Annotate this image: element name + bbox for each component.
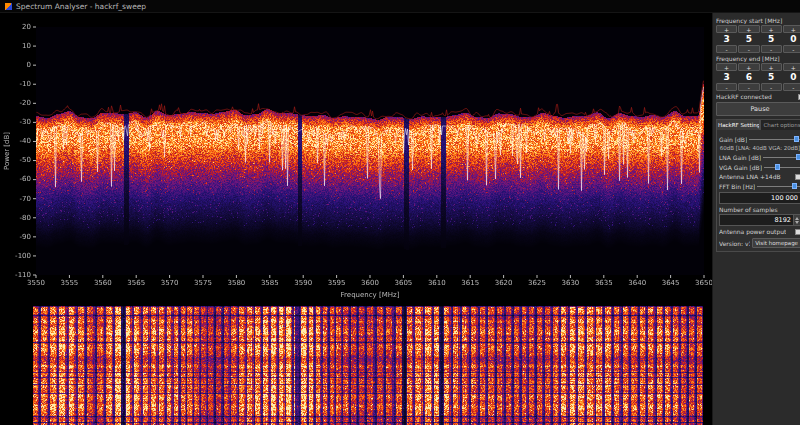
lna-gain-slider[interactable] [763,153,800,161]
vga-gain-label: VGA Gain [dB] [719,164,762,171]
app-icon [5,3,12,10]
antenna-lna-row: Antenna LNA +14dB [719,173,800,180]
spinner-down-icon[interactable] [795,221,799,224]
freq-end-digit-ones: 0 [783,72,800,82]
titlebar: Spectrum Analyser - hackrf_sweep [0,0,800,13]
freq-start-digit-hundreds: 5 [738,34,759,44]
main-content: Frequency start [MHz] + + + + 3 5 5 0 - … [0,13,800,425]
version-label: Version: v1.5 [719,240,750,247]
samples-spinner: 8192 [719,214,800,226]
freq-start-plus-hundreds[interactable]: + [738,25,759,33]
gain-slider[interactable] [749,135,800,143]
freq-start-minus-thousands[interactable]: - [716,45,737,53]
vga-gain-slider[interactable] [764,163,800,171]
tab-chart-options[interactable]: Chart options [760,119,800,130]
hackrf-settings-panel: Gain [dB] 60dB [LNA: 40dB VGA: 20dB] LNA… [716,130,800,252]
lna-gain-row: LNA Gain [dB] [719,153,800,161]
freq-end-minus-ones[interactable]: - [783,83,800,91]
freq-start-plus-thousands[interactable]: + [716,25,737,33]
freq-end-minus-tens[interactable]: - [761,83,782,91]
samples-spinner-buttons[interactable] [794,214,800,226]
visit-homepage-button[interactable]: Visit homepage [752,238,800,248]
control-panel: Frequency start [MHz] + + + + 3 5 5 0 - … [712,13,800,425]
hackrf-connected-row: HackRF connected [716,93,800,100]
freq-start-plus-ones[interactable]: + [783,25,800,33]
gain-slider-handle[interactable] [794,136,799,142]
fft-bin-slider[interactable] [757,182,800,190]
samples-label: Number of samples [719,206,800,213]
freq-end-digit-thousands: 3 [716,72,737,82]
fft-bin-value-field[interactable]: 100 000 [719,192,800,204]
vga-gain-row: VGA Gain [dB] [719,163,800,171]
freq-start-control: + + + + 3 5 5 0 - - - - [716,25,800,53]
window-title: Spectrum Analyser - hackrf_sweep [16,2,146,11]
tab-hackrf-settings[interactable]: HackRF Settings [716,119,760,130]
chart-column [0,13,712,425]
antenna-power-checkbox[interactable] [795,229,800,235]
freq-end-control: + + + + 3 6 5 0 - - - - [716,63,800,91]
freq-end-plus-hundreds[interactable]: + [738,63,759,71]
lna-slider-track [763,157,800,158]
gain-row: Gain [dB] [719,135,800,143]
freq-end-plus-tens[interactable]: + [761,63,782,71]
fft-slider-handle[interactable] [792,183,797,189]
gain-label: Gain [dB] [719,136,747,143]
freq-start-digit-tens: 5 [761,34,782,44]
antenna-power-label: Antenna power output [719,228,786,235]
vga-slider-handle[interactable] [775,164,780,170]
freq-start-minus-ones[interactable]: - [783,45,800,53]
freq-start-label: Frequency start [MHz] [716,17,800,24]
lna-slider-handle[interactable] [796,154,800,160]
antenna-lna-label: Antenna LNA +14dB [719,173,781,180]
spectrum-chart [0,13,712,306]
freq-start-digit-ones: 0 [783,34,800,44]
lna-gain-label: LNA Gain [dB] [719,154,761,161]
spinner-up-icon[interactable] [795,217,799,220]
gain-slider-track [749,139,800,140]
freq-end-digit-hundreds: 6 [738,72,759,82]
fft-bin-row: FFT Bin [Hz] [719,182,800,190]
freq-end-plus-thousands[interactable]: + [716,63,737,71]
spectrum-analyzer-window: Spectrum Analyser - hackrf_sweep Frequen… [0,0,800,425]
settings-tabs: HackRF Settings Chart options [716,119,800,130]
antenna-power-row: Antenna power output [719,228,800,235]
freq-end-digit-tens: 5 [761,72,782,82]
gain-detail-text: 60dB [LNA: 40dB VGA: 20dB] [719,145,800,151]
pause-button[interactable]: Pause [716,102,800,116]
freq-end-label: Frequency end [MHz] [716,55,800,62]
hackrf-connected-label: HackRF connected [716,93,772,100]
freq-start-digit-thousands: 3 [716,34,737,44]
freq-end-minus-hundreds[interactable]: - [738,83,759,91]
freq-end-minus-thousands[interactable]: - [716,83,737,91]
samples-value-field[interactable]: 8192 [719,214,794,226]
antenna-lna-checkbox[interactable] [795,174,800,180]
vga-slider-track [764,167,800,168]
version-row: Version: v1.5 Visit homepage [719,238,800,248]
freq-end-plus-ones[interactable]: + [783,63,800,71]
fft-bin-label: FFT Bin [Hz] [719,183,755,190]
freq-start-plus-tens[interactable]: + [761,25,782,33]
waterfall-display [33,306,703,425]
freq-start-minus-hundreds[interactable]: - [738,45,759,53]
freq-start-minus-tens[interactable]: - [761,45,782,53]
